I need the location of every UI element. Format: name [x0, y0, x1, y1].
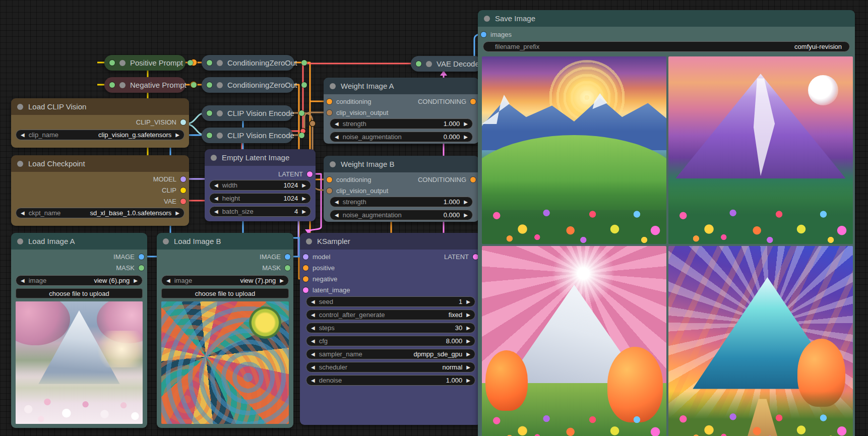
output-dot[interactable]	[285, 254, 290, 260]
decrement-arrow-icon[interactable]: ◀	[214, 196, 218, 201]
decrement-arrow-icon[interactable]: ◀	[311, 299, 315, 304]
node-load-image-a[interactable]: Load Image A IMAGE MASK ◀ image view (6)…	[11, 233, 147, 428]
input-dot[interactable]	[207, 110, 212, 116]
collapse-toggle[interactable]	[163, 238, 169, 244]
decrement-arrow-icon[interactable]: ◀	[21, 278, 25, 283]
decrement-arrow-icon[interactable]: ◀	[335, 121, 339, 127]
cfg-widget[interactable]: ◀ cfg 8.000 ▶	[306, 336, 475, 346]
scheduler-widget[interactable]: ◀ scheduler normal ▶	[306, 362, 475, 372]
input-dot[interactable]	[327, 188, 332, 194]
input-latent-image[interactable]: latent_image	[303, 286, 350, 293]
output-dot[interactable]	[180, 199, 186, 204]
increment-arrow-icon[interactable]: ▶	[464, 135, 468, 140]
node-load-image-b[interactable]: Load Image B IMAGE MASK ◀ image view (7)…	[157, 233, 293, 428]
increment-arrow-icon[interactable]: ▶	[302, 209, 306, 214]
noise-augmentation-widget[interactable]: ◀ noise_augmentation 0.000 ▶	[330, 132, 473, 142]
input-dot[interactable]	[109, 60, 115, 66]
output-latent[interactable]: LATENT	[205, 170, 313, 177]
node-conditioning-zero-out-2[interactable]: ConditioningZeroOut	[202, 77, 294, 93]
output-clip[interactable]: CLIP	[11, 186, 186, 194]
choose-file-button[interactable]: choose file to upload	[161, 288, 289, 298]
decrement-arrow-icon[interactable]: ◀	[335, 213, 339, 218]
output-conditioning[interactable]: CONDITIONING	[418, 98, 476, 105]
input-dot[interactable]	[303, 287, 308, 293]
height-widget[interactable]: ◀ height 1024 ▶	[209, 193, 311, 204]
decrement-arrow-icon[interactable]: ◀	[311, 365, 315, 370]
image-widget[interactable]: ◀ image view (7).png ▶	[161, 275, 289, 286]
output-mask[interactable]: MASK	[157, 264, 290, 271]
control-after-generate-widget[interactable]: ◀ control_after_generate fixed ▶	[306, 309, 475, 320]
filename-prefix-widget[interactable]: filename_prefix comfyui-revision	[483, 41, 850, 52]
output-dot[interactable]	[285, 265, 290, 271]
input-dot[interactable]	[416, 61, 421, 67]
increment-arrow-icon[interactable]: ▶	[175, 211, 179, 216]
input-clip-vision-output[interactable]: clip_vision_output	[327, 109, 388, 116]
increment-arrow-icon[interactable]: ▶	[466, 365, 470, 370]
output-dot[interactable]	[299, 110, 304, 116]
collapse-toggle[interactable]	[119, 82, 126, 88]
input-dot[interactable]	[207, 133, 212, 138]
input-dot[interactable]	[303, 276, 308, 282]
input-dot[interactable]	[327, 110, 332, 115]
increment-arrow-icon[interactable]: ▶	[302, 183, 306, 188]
steps-widget[interactable]: ◀ steps 30 ▶	[306, 323, 475, 333]
decrement-arrow-icon[interactable]: ◀	[214, 209, 218, 214]
increment-arrow-icon[interactable]: ▶	[466, 352, 470, 357]
collapse-toggle[interactable]	[17, 161, 23, 167]
input-negative[interactable]: negative	[303, 275, 337, 282]
node-weight-image-b[interactable]: Weight Image B conditioning CONDITIONING…	[324, 156, 479, 222]
collapse-toggle[interactable]	[330, 83, 336, 89]
output-dot[interactable]	[299, 133, 304, 138]
output-image[interactable]: IMAGE	[157, 253, 290, 260]
input-images[interactable]: images	[481, 31, 512, 38]
decrement-arrow-icon[interactable]: ◀	[311, 352, 315, 357]
node-positive-prompt[interactable]: Positive Prompt	[104, 55, 185, 71]
decrement-arrow-icon[interactable]: ◀	[214, 183, 218, 188]
input-dot[interactable]	[109, 82, 115, 88]
strength-widget[interactable]: ◀ strength 1.000 ▶	[330, 197, 473, 207]
image-widget[interactable]: ◀ image view (6).png ▶	[16, 275, 143, 286]
collapse-toggle[interactable]	[217, 133, 223, 139]
increment-arrow-icon[interactable]: ▶	[302, 196, 306, 201]
input-dot[interactable]	[327, 177, 332, 182]
input-dot[interactable]	[327, 99, 332, 104]
collapse-toggle[interactable]	[426, 61, 432, 67]
decrement-arrow-icon[interactable]: ◀	[21, 211, 25, 216]
output-latent[interactable]: LATENT	[444, 253, 478, 260]
collapse-toggle[interactable]	[306, 238, 312, 244]
collapse-toggle[interactable]	[17, 238, 23, 244]
clip-name-widget[interactable]: ◀ clip_name clip_vision_g.safetensors ▶	[16, 130, 184, 140]
output-dot[interactable]	[139, 265, 144, 271]
output-dot[interactable]	[180, 176, 186, 182]
input-model[interactable]: model	[303, 253, 330, 260]
collapse-toggle[interactable]	[484, 16, 490, 22]
input-dot[interactable]	[207, 60, 212, 66]
output-dot[interactable]	[191, 82, 197, 88]
node-clip-vision-encode-1[interactable]: CLIP Vision Encode	[202, 105, 293, 121]
input-dot[interactable]	[303, 254, 308, 260]
increment-arrow-icon[interactable]: ▶	[134, 278, 138, 283]
decrement-arrow-icon[interactable]: ◀	[311, 378, 315, 383]
increment-arrow-icon[interactable]: ▶	[466, 326, 470, 331]
collapse-toggle[interactable]	[217, 60, 223, 66]
node-vae-decode[interactable]: VAE Decode	[411, 56, 482, 72]
decrement-arrow-icon[interactable]: ◀	[311, 326, 315, 331]
increment-arrow-icon[interactable]: ▶	[466, 299, 470, 304]
collapse-toggle[interactable]	[330, 161, 336, 167]
collapse-toggle[interactable]	[217, 82, 223, 88]
decrement-arrow-icon[interactable]: ◀	[335, 200, 339, 205]
increment-arrow-icon[interactable]: ▶	[464, 200, 468, 205]
decrement-arrow-icon[interactable]: ◀	[21, 133, 25, 138]
input-clip-vision-output[interactable]: clip_vision_output	[327, 187, 388, 194]
input-dot[interactable]	[303, 265, 308, 271]
collapse-toggle[interactable]	[17, 104, 23, 110]
input-conditioning[interactable]: conditioning	[327, 98, 371, 105]
collapse-toggle[interactable]	[119, 60, 126, 66]
node-negative-prompt[interactable]: Negative Prompt	[104, 77, 185, 93]
node-weight-image-a[interactable]: Weight Image A conditioning CONDITIONING…	[324, 78, 479, 144]
output-dot[interactable]	[139, 254, 144, 260]
output-dot[interactable]	[301, 60, 307, 66]
output-vae[interactable]: VAE	[11, 198, 186, 205]
collapse-toggle[interactable]	[211, 155, 217, 161]
width-widget[interactable]: ◀ width 1024 ▶	[209, 180, 311, 191]
